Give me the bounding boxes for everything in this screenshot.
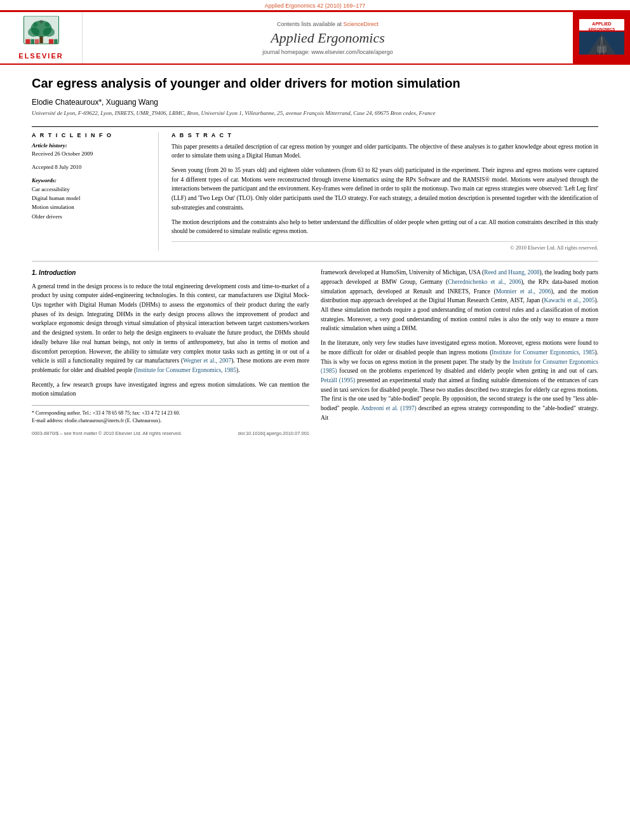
body-left-para-1: A general trend in the design process is…	[32, 282, 309, 375]
footnote-star: * Corresponding author. Tel.: +33 4 78 6…	[32, 410, 309, 417]
svg-rect-2	[39, 36, 43, 43]
article-meta: A R T I C L E I N F O Article history: R…	[32, 126, 598, 251]
elsevier-logo-area: ELSEVIER	[0, 12, 83, 63]
ref-reed[interactable]: Reed and Huang, 2008	[484, 269, 539, 276]
ref-ice1985-3[interactable]: Institute for Consumer Ergonomics (1985)	[321, 359, 598, 375]
keyword-3: Motion simulation	[32, 203, 149, 211]
abstract-para-3: The motion descriptions and the constrai…	[171, 218, 598, 236]
ref-ice1985-1[interactable]: Institute for Consumer Ergonomics, 1985	[136, 367, 236, 373]
main-content: Car egress analysis of younger and older…	[0, 65, 630, 450]
journal-header-center: Contents lists available at ScienceDirec…	[83, 12, 573, 63]
authors-text: Elodie Chateauroux*, Xuguang Wang	[32, 98, 158, 107]
svg-point-24	[603, 45, 607, 48]
elsevier-logo: ELSEVIER	[18, 16, 63, 60]
svg-point-23	[597, 45, 601, 48]
affiliation: Université de Lyon, F-69622, Lyon, INRET…	[32, 109, 598, 117]
body-right-para-2: In the literature, only very few studies…	[321, 338, 598, 422]
abstract-col: A B S T R A C T This paper presents a de…	[171, 132, 598, 251]
ae-logo-graphic-icon: APPLIED ERGONOMICS	[578, 18, 626, 56]
elsevier-tree-icon	[19, 16, 64, 51]
journal-title: Applied Ergonomics	[271, 30, 384, 46]
footer-doi: doi:10.1016/j.apergo.2010.07.001	[238, 430, 309, 437]
svg-rect-11	[48, 39, 53, 44]
body-left-para-2: Recently, a few research groups have inv…	[32, 380, 309, 399]
footnote-email: E-mail address: elodie.chateauroux@inret…	[32, 417, 309, 425]
svg-rect-8	[25, 39, 30, 44]
keyword-1: Car accessibility	[32, 185, 149, 194]
abstract-para-1: This paper presents a detailed descripti…	[171, 142, 598, 161]
abstract-para-2: Seven young (from 20 to 35 years old) an…	[171, 166, 598, 213]
article-history-label: Article history:	[32, 142, 149, 149]
journal-reference-bar: Applied Ergonomics 42 (2010) 169–177	[0, 0, 630, 11]
ref-kawachi[interactable]: Kawachi et al., 2005	[544, 297, 594, 303]
section1-title: 1. Introduction	[32, 268, 309, 278]
article-info-col: A R T I C L E I N F O Article history: R…	[32, 132, 159, 251]
ref-monnier[interactable]: Monnier et al., 2006	[496, 288, 551, 295]
elsevier-brand-text: ELSEVIER	[18, 52, 63, 60]
ref-andreoni[interactable]: Andreoni et al. (1997)	[361, 405, 416, 411]
keywords-label: Keywords:	[32, 177, 149, 183]
keywords-section: Keywords: Car accessibility Digital huma…	[32, 177, 149, 222]
sciencedirect-link[interactable]: ScienceDirect	[344, 21, 379, 27]
body-left-col: 1. Introduction A general trend in the d…	[32, 268, 309, 437]
ref-petzall[interactable]: Petzäll (1995)	[321, 377, 355, 383]
svg-point-7	[44, 22, 49, 27]
abstract-header: A B S T R A C T	[171, 132, 598, 138]
footer-bar: 0003-6870/$ – see front matter © 2010 El…	[32, 430, 309, 437]
sciencedirect-label: Contents lists available at ScienceDirec…	[277, 21, 379, 27]
body-right-col: framework developed at HumoSim, Universi…	[321, 268, 598, 437]
article-received: Received 26 October 2009	[32, 150, 149, 159]
keyword-4: Older drivers	[32, 212, 149, 221]
ae-logo: APPLIED ERGONOMICS	[578, 18, 626, 58]
keyword-2: Digital human model	[32, 194, 149, 203]
svg-point-5	[43, 27, 54, 37]
svg-point-13	[39, 20, 43, 23]
journal-reference-text: Applied Ergonomics 42 (2010) 169–177	[265, 3, 366, 9]
article-accepted: Accepted 8 July 2010	[32, 163, 149, 172]
copyright-line: © 2010 Elsevier Ltd. All rights reserved…	[171, 241, 598, 251]
body-right-para-1: framework developed at HumoSim, Universi…	[321, 268, 598, 333]
ref-chered[interactable]: Cherednichenko et al., 2006	[448, 279, 521, 285]
footnote-area: * Corresponding author. Tel.: +33 4 78 6…	[32, 405, 309, 425]
ae-logo-area: APPLIED ERGONOMICS	[573, 12, 630, 63]
svg-text:APPLIED: APPLIED	[592, 22, 611, 26]
article-info-header: A R T I C L E I N F O	[32, 132, 149, 138]
svg-rect-12	[54, 39, 58, 44]
journal-homepage: journal homepage: www.elsevier.com/locat…	[262, 49, 393, 55]
authors: Elodie Chateauroux*, Xuguang Wang	[32, 98, 598, 107]
svg-text:ERGONOMICS: ERGONOMICS	[588, 27, 615, 31]
svg-rect-10	[34, 39, 38, 44]
body-divider	[32, 261, 598, 262]
article-title: Car egress analysis of younger and older…	[32, 75, 598, 91]
journal-header: ELSEVIER Contents lists available at Sci…	[0, 12, 630, 65]
ref-wegner[interactable]: Wegner et al., 2007	[183, 357, 231, 364]
svg-point-4	[27, 27, 39, 37]
footer-issn: 0003-6870/$ – see front matter © 2010 El…	[32, 430, 182, 437]
svg-point-6	[33, 22, 37, 27]
abstract-text: This paper presents a detailed descripti…	[171, 142, 598, 236]
body-content: 1. Introduction A general trend in the d…	[32, 268, 598, 437]
ref-ice1985-2[interactable]: Institute for Consumer Ergonomics, 1985	[492, 349, 594, 356]
svg-rect-9	[30, 39, 34, 44]
